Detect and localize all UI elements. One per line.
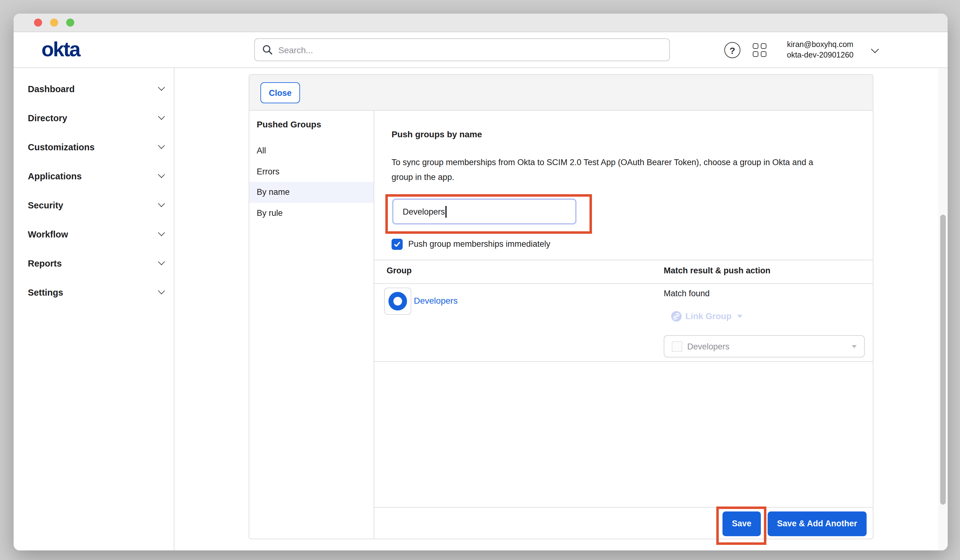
window-zoom-icon[interactable] <box>66 19 74 27</box>
app-topbar: okta Search... ? kiran@boxyhq.com okta-d… <box>14 32 948 68</box>
sidebar-item-applications[interactable]: Applications <box>28 171 164 182</box>
window-titlebar <box>14 14 948 32</box>
app-group-select-value: Developers <box>687 342 847 351</box>
push-groups-dialog: Close Pushed Groups All Errors <box>249 74 874 539</box>
okta-group-icon <box>384 288 411 315</box>
select-caret-down-icon <box>852 345 857 348</box>
chevron-down-icon <box>158 113 165 120</box>
annotation-rect-save <box>716 507 766 545</box>
sidebar-item-label: Dashboard <box>28 84 75 94</box>
browser-window: okta Search... ? kiran@boxyhq.com okta-d… <box>14 14 948 550</box>
nav-item-errors[interactable]: Errors <box>249 161 374 182</box>
okta-ring-icon <box>389 292 407 310</box>
text-cursor <box>446 206 446 218</box>
sidebar-item-label: Settings <box>28 288 63 298</box>
account-org: okta-dev-20901260 <box>773 50 867 61</box>
pushed-groups-nav: Pushed Groups All Errors By name <box>249 111 374 539</box>
push-immediately-label: Push group memberships immediately <box>408 239 550 248</box>
link-icon <box>671 311 682 321</box>
column-header-match: Match result & push action <box>664 266 770 275</box>
sidebar-item-security[interactable]: Security <box>28 200 164 211</box>
search-placeholder: Search... <box>278 45 313 55</box>
save-add-another-button[interactable]: Save & Add Another <box>768 511 867 536</box>
page-title: Push groups by name <box>392 129 482 139</box>
nav-item-all[interactable]: All <box>249 141 374 161</box>
sidebar-item-customizations[interactable]: Customizations <box>28 142 164 153</box>
dialog-content: Push groups by name To sync group member… <box>374 111 873 539</box>
account-chevron-down-icon[interactable] <box>871 45 878 53</box>
sidebar-item-label: Applications <box>28 171 82 181</box>
link-group-button[interactable]: Link Group <box>671 311 742 321</box>
sidebar-item-reports[interactable]: Reports <box>28 258 164 269</box>
nav-item-label: All <box>257 146 266 155</box>
table-top-border <box>374 260 873 260</box>
chevron-down-icon <box>158 229 165 236</box>
search-icon <box>262 45 273 55</box>
help-icon[interactable]: ? <box>724 42 741 58</box>
push-immediately-checkbox[interactable] <box>392 239 402 250</box>
screenshot-stage: okta Search... ? kiran@boxyhq.com okta-d… <box>0 0 960 560</box>
sidebar: Dashboard Directory Customizations Appli… <box>14 68 174 550</box>
app-group-select[interactable]: Developers <box>664 335 865 357</box>
search-input[interactable]: Search... <box>254 38 670 61</box>
group-name-input-value: Developers <box>403 207 445 216</box>
close-button[interactable]: Close <box>261 82 300 103</box>
sidebar-item-label: Workflow <box>28 229 68 239</box>
sidebar-item-label: Security <box>28 200 63 210</box>
link-group-label: Link Group <box>685 311 731 321</box>
dialog-body: Pushed Groups All Errors By name <box>249 111 873 539</box>
apps-grid-icon[interactable] <box>753 43 766 57</box>
window-close-icon[interactable] <box>34 19 42 27</box>
chevron-down-icon <box>158 200 165 207</box>
dialog-header: Close <box>249 75 873 111</box>
sidebar-item-label: Customizations <box>28 142 94 152</box>
description-line-2: group in the app. <box>392 170 813 185</box>
nav-item-by-name[interactable]: By name <box>249 182 374 203</box>
description-line-1: To sync group memberships from Okta to S… <box>392 155 813 170</box>
chevron-down-icon <box>158 84 165 91</box>
sidebar-item-directory[interactable]: Directory <box>28 112 164 124</box>
okta-logo[interactable]: okta <box>42 37 80 61</box>
chevron-down-icon <box>158 142 165 149</box>
scrollbar-thumb[interactable] <box>940 214 946 505</box>
window-minimize-icon[interactable] <box>50 19 58 27</box>
main-content: Close Pushed Groups All Errors <box>174 68 948 550</box>
chevron-down-icon <box>158 258 165 265</box>
sidebar-item-workflow[interactable]: Workflow <box>28 229 164 240</box>
pushed-groups-title: Pushed Groups <box>257 119 321 129</box>
row-bottom-border <box>374 361 873 362</box>
nav-item-label: By rule <box>257 208 283 218</box>
column-header-group: Group <box>387 266 412 275</box>
account-email: kiran@boxyhq.com <box>773 40 867 50</box>
table-header-border <box>374 283 873 283</box>
app-group-placeholder-icon <box>672 341 682 352</box>
nav-item-label: By name <box>257 188 290 197</box>
account-menu[interactable]: kiran@boxyhq.com okta-dev-20901260 <box>773 40 867 61</box>
caret-down-icon <box>737 315 742 318</box>
footer-top-border <box>374 507 873 508</box>
sidebar-item-label: Directory <box>28 113 67 123</box>
app-body: Dashboard Directory Customizations Appli… <box>14 68 948 550</box>
nav-item-label: Errors <box>257 167 280 176</box>
chevron-down-icon <box>158 171 165 178</box>
group-name-input[interactable]: Developers <box>392 198 576 224</box>
match-status: Match found <box>664 289 710 298</box>
sidebar-item-settings[interactable]: Settings <box>28 287 164 298</box>
nav-item-by-rule[interactable]: By rule <box>249 203 374 223</box>
sidebar-item-dashboard[interactable]: Dashboard <box>28 83 164 94</box>
group-link[interactable]: Developers <box>414 296 458 306</box>
chevron-down-icon <box>158 287 165 294</box>
description-text: To sync group memberships from Okta to S… <box>392 155 813 185</box>
checkmark-icon <box>394 241 401 248</box>
sidebar-item-label: Reports <box>28 259 62 269</box>
